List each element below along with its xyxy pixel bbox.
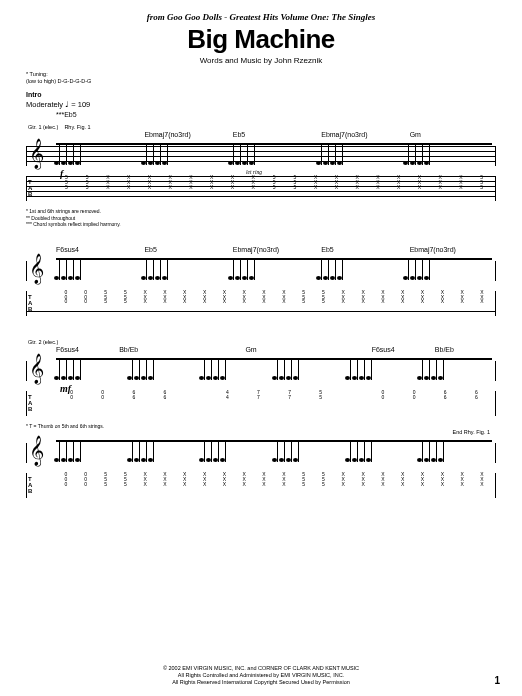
tab-fret: 0: [76, 299, 96, 304]
tab-column: XXX: [373, 290, 393, 318]
tab-fret: X: [254, 482, 274, 487]
notation-staff-gtr2: 𝄞 mf: [26, 355, 496, 387]
tab-fret: X: [215, 299, 235, 304]
tab-label-icon: TAB: [28, 179, 32, 197]
tab-column: 55: [305, 390, 336, 418]
tab-column: XXX: [452, 472, 472, 500]
note-icon: [433, 440, 437, 462]
treble-clef-icon: 𝄞: [29, 438, 44, 464]
tab-fret: 5: [284, 185, 305, 190]
tab-column: XXX: [367, 175, 388, 203]
chord-symbol: Eb5: [233, 131, 319, 138]
tab-fret: 5: [77, 185, 98, 190]
note-icon: [63, 143, 67, 165]
note-icon: [440, 440, 444, 462]
note-icon: [274, 440, 278, 462]
tab-fret: X: [333, 482, 353, 487]
note-icon: [332, 258, 336, 280]
note-icon: [426, 440, 430, 462]
tab-column: 555: [115, 472, 135, 500]
source-line: from Goo Goo Dolls - Greatest Hits Volum…: [26, 12, 496, 22]
tab-fret: X: [388, 185, 409, 190]
tab-column: XXX: [373, 472, 393, 500]
tab-column: XXX: [155, 290, 175, 318]
note-group: [56, 440, 129, 462]
tab-staff: TAB 000000555555XXXXXXXXXXXXXXXXXXXXXXXX…: [26, 289, 496, 321]
note-icon: [63, 358, 67, 380]
tab-column: XXX: [243, 175, 264, 203]
tab-column: XXX: [393, 472, 413, 500]
note-icon: [318, 258, 322, 280]
notation-staff: 𝄞 f let ring: [26, 140, 496, 172]
tab-column: [336, 390, 367, 418]
tab-column: 555: [96, 290, 116, 318]
tab-label-icon: TAB: [28, 476, 32, 494]
tab-fret: 5: [471, 185, 492, 190]
tab-column: XXX: [222, 175, 243, 203]
tab-column: XXX: [175, 472, 195, 500]
note-icon: [325, 258, 329, 280]
tab-fret: 5: [294, 482, 314, 487]
tab-fret: X: [274, 482, 294, 487]
note-group: [318, 258, 405, 280]
tab-fret: X: [413, 482, 433, 487]
note-icon: [339, 143, 343, 165]
note-icon: [354, 358, 358, 380]
note-icon: [77, 143, 81, 165]
note-icon: [56, 440, 60, 462]
note-icon: [405, 258, 409, 280]
tab-column: 555: [471, 175, 492, 203]
tab-column: XXX: [195, 290, 215, 318]
sheet-music-page: from Goo Goo Dolls - Greatest Hits Volum…: [0, 0, 522, 696]
note-icon: [56, 358, 60, 380]
tab-column: 555: [264, 175, 285, 203]
tab-column: 66: [461, 390, 492, 418]
tab-fret: X: [472, 299, 492, 304]
footnote-line: *** Chord symbols reflect implied harmon…: [26, 221, 496, 228]
note-icon: [405, 143, 409, 165]
note-icon: [208, 358, 212, 380]
note-icon: [244, 258, 248, 280]
tab-fret: X: [201, 185, 222, 190]
tab-fret: X: [393, 299, 413, 304]
tab-fret: 0: [367, 395, 398, 400]
note-icon: [77, 358, 81, 380]
note-icon: [237, 258, 241, 280]
chord-symbol: Bb/Eb: [119, 346, 180, 353]
tab-staff: TAB 555555XXXXXXXXXXXXXXXXXXXXXXXX555555…: [26, 174, 496, 206]
tab-fret: 5: [314, 482, 334, 487]
tab-column: XXX: [195, 472, 215, 500]
treble-clef-icon: 𝄞: [29, 141, 44, 167]
tab-column: XXX: [234, 290, 254, 318]
note-icon: [143, 358, 147, 380]
tab-column: [181, 390, 212, 418]
tab-column: XXX: [135, 472, 155, 500]
note-icon: [70, 258, 74, 280]
note-icon: [70, 358, 74, 380]
note-icon: [368, 440, 372, 462]
note-icon: [136, 358, 140, 380]
note-group: [230, 143, 317, 165]
tab-fret: X: [432, 299, 452, 304]
tab-fret: X: [451, 185, 472, 190]
treble-clef-icon: 𝄞: [29, 256, 44, 282]
tab-column: XXX: [388, 175, 409, 203]
tab-column: XXX: [347, 175, 368, 203]
tuning-block: * Tuning: (low to high) D-G-D-G-D-G: [26, 71, 496, 85]
tab-fret: X: [452, 482, 472, 487]
chord-symbol: F6sus4: [56, 246, 142, 253]
tab-fret: 5: [294, 299, 314, 304]
chord-symbol: [182, 346, 243, 353]
chord-symbol: F6sus4: [56, 346, 117, 353]
chord-symbol: [56, 131, 142, 138]
note-icon: [136, 440, 140, 462]
tab-column: 555: [314, 472, 334, 500]
tab-fret: X: [175, 299, 195, 304]
first-chord-label: ***Eb5: [56, 111, 496, 118]
note-group: [230, 258, 317, 280]
chord-row: F6sus4Eb5Ebmaj7(no3rd)Eb5Ebmaj7(no3rd): [26, 246, 496, 253]
tab-fret: X: [222, 185, 243, 190]
note-icon: [164, 258, 168, 280]
tab-column: 555: [56, 175, 77, 203]
tab-fret: X: [135, 482, 155, 487]
